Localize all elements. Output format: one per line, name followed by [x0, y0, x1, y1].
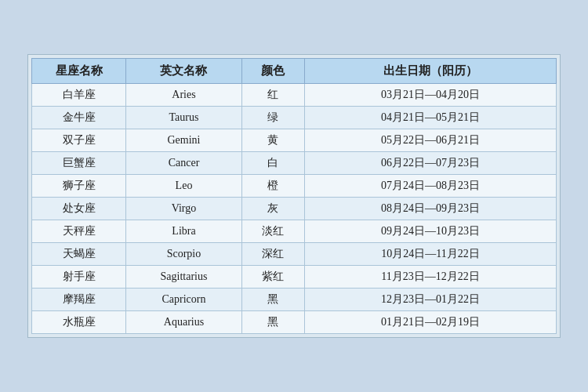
cell-date: 04月21日—05月21日: [304, 107, 556, 129]
cell-chinese: 白羊座: [32, 84, 126, 107]
cell-chinese: 天蝎座: [32, 243, 126, 266]
cell-chinese: 狮子座: [32, 175, 126, 198]
table-row: 天秤座Libra淡红09月24日—10月23日: [32, 220, 557, 243]
header-date: 出生日期（阳历）: [304, 59, 556, 84]
cell-date: 09月24日—10月23日: [304, 220, 556, 243]
table-row: 白羊座Aries红03月21日—04月20日: [32, 84, 557, 107]
table-row: 双子座Gemini黄05月22日—06月21日: [32, 129, 557, 152]
cell-chinese: 天秤座: [32, 220, 126, 243]
cell-date: 06月22日—07月23日: [304, 152, 556, 175]
cell-date: 03月21日—04月20日: [304, 84, 556, 107]
cell-color: 淡红: [241, 220, 304, 243]
table-row: 金牛座Taurus绿04月21日—05月21日: [32, 107, 557, 129]
cell-color: 红: [241, 84, 304, 107]
cell-date: 05月22日—06月21日: [304, 129, 556, 152]
cell-english: Virgo: [126, 198, 241, 220]
table-row: 狮子座Leo橙07月24日—08月23日: [32, 175, 557, 198]
table-row: 水瓶座Aquarius黑01月21日—02月19日: [32, 311, 557, 334]
cell-english: Taurus: [126, 107, 241, 129]
table-row: 处女座Virgo灰08月24日—09月23日: [32, 198, 557, 220]
cell-english: Sagittarius: [126, 266, 241, 289]
cell-english: Aquarius: [126, 311, 241, 334]
cell-english: Libra: [126, 220, 241, 243]
cell-english: Scorpio: [126, 243, 241, 266]
cell-color: 黑: [241, 311, 304, 334]
table-row: 巨蟹座Cancer白06月22日—07月23日: [32, 152, 557, 175]
cell-color: 黑: [241, 289, 304, 311]
cell-chinese: 射手座: [32, 266, 126, 289]
cell-date: 10月24日—11月22日: [304, 243, 556, 266]
cell-english: Aries: [126, 84, 241, 107]
cell-chinese: 水瓶座: [32, 311, 126, 334]
header-chinese: 星座名称: [32, 59, 126, 84]
cell-chinese: 金牛座: [32, 107, 126, 129]
cell-color: 橙: [241, 175, 304, 198]
cell-date: 11月23日—12月22日: [304, 266, 556, 289]
table-row: 射手座Sagittarius紫红11月23日—12月22日: [32, 266, 557, 289]
cell-english: Leo: [126, 175, 241, 198]
cell-color: 白: [241, 152, 304, 175]
zodiac-table-container: 星座名称 英文名称 颜色 出生日期（阳历） 白羊座Aries红03月21日—04…: [27, 54, 561, 338]
cell-chinese: 双子座: [32, 129, 126, 152]
cell-date: 01月21日—02月19日: [304, 311, 556, 334]
cell-color: 灰: [241, 198, 304, 220]
table-row: 摩羯座Capricorn黑12月23日—01月22日: [32, 289, 557, 311]
cell-chinese: 处女座: [32, 198, 126, 220]
cell-color: 黄: [241, 129, 304, 152]
table-header-row: 星座名称 英文名称 颜色 出生日期（阳历）: [32, 59, 557, 84]
cell-date: 12月23日—01月22日: [304, 289, 556, 311]
cell-date: 07月24日—08月23日: [304, 175, 556, 198]
header-english: 英文名称: [126, 59, 241, 84]
cell-chinese: 摩羯座: [32, 289, 126, 311]
cell-english: Gemini: [126, 129, 241, 152]
table-body: 白羊座Aries红03月21日—04月20日金牛座Taurus绿04月21日—0…: [32, 84, 557, 334]
cell-color: 绿: [241, 107, 304, 129]
cell-english: Capricorn: [126, 289, 241, 311]
cell-color: 深红: [241, 243, 304, 266]
table-row: 天蝎座Scorpio深红10月24日—11月22日: [32, 243, 557, 266]
cell-color: 紫红: [241, 266, 304, 289]
zodiac-table: 星座名称 英文名称 颜色 出生日期（阳历） 白羊座Aries红03月21日—04…: [31, 58, 557, 334]
cell-date: 08月24日—09月23日: [304, 198, 556, 220]
cell-english: Cancer: [126, 152, 241, 175]
cell-chinese: 巨蟹座: [32, 152, 126, 175]
header-color: 颜色: [241, 59, 304, 84]
